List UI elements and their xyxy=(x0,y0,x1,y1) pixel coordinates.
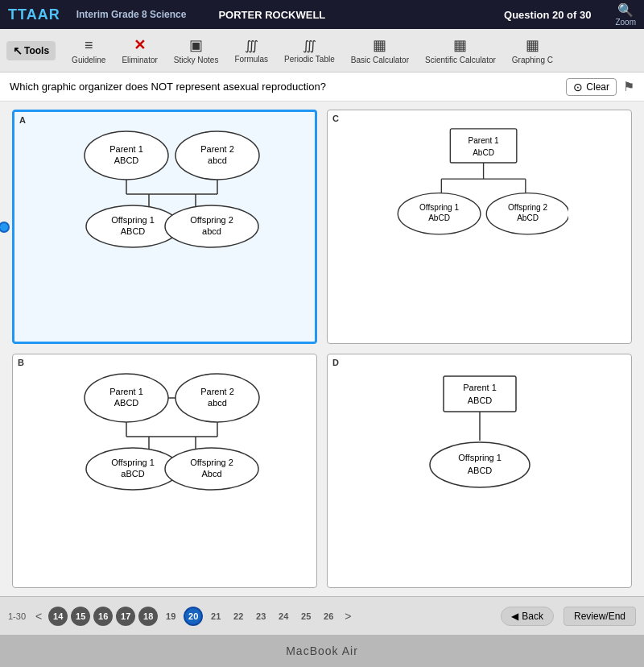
option-c[interactable]: C Parent 1 AbCD Offspring 1 AbCD Offspri… xyxy=(327,110,632,344)
formulas-icon: ∭ xyxy=(245,38,258,53)
sticky-notes-label: Sticky Notes xyxy=(174,56,219,64)
svg-text:Offspring 1: Offspring 1 xyxy=(111,215,155,225)
subject-label: Interim Grade 8 Science xyxy=(76,9,187,20)
formulas-tool[interactable]: ∭ Formulas xyxy=(228,35,275,67)
page-17[interactable]: 17 xyxy=(116,607,135,626)
clear-icon: ⊙ xyxy=(573,81,583,93)
guideline-label: Guideline xyxy=(72,56,105,64)
svg-text:ABCD: ABCD xyxy=(467,396,492,405)
svg-text:ABCD: ABCD xyxy=(120,226,145,236)
diagram-b: Parent 1 ABCD Parent 2 abcd Offspring 1 … xyxy=(68,364,262,493)
option-d[interactable]: D Parent 1 ABCD Offspring 1 ABCD xyxy=(327,354,632,588)
sticky-notes-tool[interactable]: ▣ Sticky Notes xyxy=(167,33,225,68)
page-26[interactable]: 26 xyxy=(319,607,338,626)
brand-logo: TTAAR xyxy=(8,6,60,23)
basic-calculator-icon: ▦ xyxy=(373,36,386,54)
svg-text:Offspring 2: Offspring 2 xyxy=(190,215,233,225)
page-15[interactable]: 15 xyxy=(71,607,90,626)
review-end-button[interactable]: Review/End xyxy=(564,607,636,626)
review-label: Review/End xyxy=(574,611,625,622)
options-grid: A Parent 1 ABCD Parent 2 abcd Offspring … xyxy=(12,110,632,588)
guideline-icon: ≡ xyxy=(85,37,93,54)
tools-label: Tools xyxy=(24,45,49,56)
option-a[interactable]: A Parent 1 ABCD Parent 2 abcd Offspring … xyxy=(12,110,317,344)
zoom-control[interactable]: 🔍 Zoom xyxy=(615,2,636,27)
back-arrow-icon: ◀ xyxy=(511,611,518,622)
basic-calculator-label: Basic Calculator xyxy=(351,56,409,64)
periodic-table-tool[interactable]: ∭ Periodic Table xyxy=(278,35,341,67)
tools-group[interactable]: ↖ Tools xyxy=(6,41,56,60)
eliminator-label: Eliminator xyxy=(122,56,157,64)
page-21[interactable]: 21 xyxy=(206,607,225,626)
scientific-calculator-icon: ▦ xyxy=(453,36,467,54)
back-label: Back xyxy=(522,611,543,622)
question-bar: Which graphic organizer does NOT represe… xyxy=(0,72,644,102)
option-b[interactable]: B Parent 1 ABCD Parent 2 abcd xyxy=(12,354,317,588)
radio-dot-a xyxy=(0,222,10,233)
diagram-a: Parent 1 ABCD Parent 2 abcd Offspring 1 … xyxy=(68,122,262,251)
prev-nav-button[interactable]: < xyxy=(32,610,45,623)
tools-arrow-icon: ↖ xyxy=(13,44,23,57)
toolbar: ↖ Tools ≡ Guideline ✕ Eliminator ▣ Stick… xyxy=(0,29,644,72)
svg-text:Parent 1: Parent 1 xyxy=(109,387,143,396)
svg-text:aBCD: aBCD xyxy=(121,469,144,478)
option-c-label: C xyxy=(332,114,339,123)
macbook-label: MacBook Air xyxy=(286,644,358,657)
flag-button[interactable]: ⚑ xyxy=(623,79,634,94)
svg-text:abcd: abcd xyxy=(202,226,221,236)
svg-text:AbCD: AbCD xyxy=(517,213,539,222)
svg-text:Parent 1: Parent 1 xyxy=(109,144,143,154)
graphing-label: Graphing C xyxy=(512,56,553,64)
zoom-icon: 🔍 xyxy=(617,2,634,18)
student-name: PORTER ROCKWELL xyxy=(218,9,325,21)
scientific-calculator-tool[interactable]: ▦ Scientific Calculator xyxy=(419,33,502,68)
svg-text:abcd: abcd xyxy=(208,155,227,165)
svg-text:Parent 2: Parent 2 xyxy=(200,144,234,154)
clear-label: Clear xyxy=(586,81,609,93)
brand-t: T xyxy=(8,6,18,23)
clear-button[interactable]: ⊙ Clear xyxy=(566,78,617,96)
eliminator-icon: ✕ xyxy=(134,36,146,54)
svg-text:Parent 1: Parent 1 xyxy=(468,136,498,145)
svg-text:Offspring 1: Offspring 1 xyxy=(419,203,460,212)
page-24[interactable]: 24 xyxy=(274,607,293,626)
page-25[interactable]: 25 xyxy=(296,607,316,626)
svg-text:Offspring 2: Offspring 2 xyxy=(190,458,233,467)
graphing-tool[interactable]: ▦ Graphing C xyxy=(506,33,559,68)
main-content: A Parent 1 ABCD Parent 2 abcd Offspring … xyxy=(0,102,644,596)
svg-point-52 xyxy=(430,442,530,487)
svg-text:abcd: abcd xyxy=(208,398,227,408)
page-14[interactable]: 14 xyxy=(48,607,68,626)
page-22[interactable]: 22 xyxy=(229,607,248,626)
svg-text:Parent 1: Parent 1 xyxy=(463,383,497,392)
svg-text:Offspring 2: Offspring 2 xyxy=(508,203,548,212)
question-text: Which graphic organizer does NOT represe… xyxy=(10,81,566,93)
page-19[interactable]: 19 xyxy=(161,607,180,626)
page-range: 1-30 xyxy=(8,611,26,621)
option-a-label: A xyxy=(19,115,26,125)
svg-rect-17 xyxy=(450,129,517,163)
page-18[interactable]: 18 xyxy=(138,607,158,626)
back-button[interactable]: ◀ Back xyxy=(501,607,554,626)
svg-text:Offspring 1: Offspring 1 xyxy=(111,458,155,467)
option-d-label: D xyxy=(332,358,339,367)
svg-text:AbCD: AbCD xyxy=(473,148,494,157)
periodic-table-icon: ∭ xyxy=(303,38,316,53)
question-info: Question 20 of 30 xyxy=(504,9,591,21)
brand-text: TAAR xyxy=(18,6,60,23)
next-nav-button[interactable]: > xyxy=(341,610,354,623)
periodic-table-label: Periodic Table xyxy=(284,55,335,64)
svg-text:AbCD: AbCD xyxy=(428,213,450,222)
guideline-tool[interactable]: ≡ Guideline xyxy=(65,34,112,68)
eliminator-tool[interactable]: ✕ Eliminator xyxy=(115,33,163,68)
svg-text:ABCD: ABCD xyxy=(114,155,138,165)
formulas-label: Formulas xyxy=(234,55,268,64)
page-16[interactable]: 16 xyxy=(93,607,113,626)
option-b-label: B xyxy=(18,358,24,367)
svg-text:Abcd: Abcd xyxy=(201,469,221,478)
basic-calculator-tool[interactable]: ▦ Basic Calculator xyxy=(345,33,415,68)
bottom-nav: 1-30 < 14 15 16 17 18 19 20 21 22 23 24 … xyxy=(0,596,644,635)
page-23[interactable]: 23 xyxy=(251,607,270,626)
svg-text:Parent 2: Parent 2 xyxy=(200,387,234,396)
page-20[interactable]: 20 xyxy=(184,607,203,626)
